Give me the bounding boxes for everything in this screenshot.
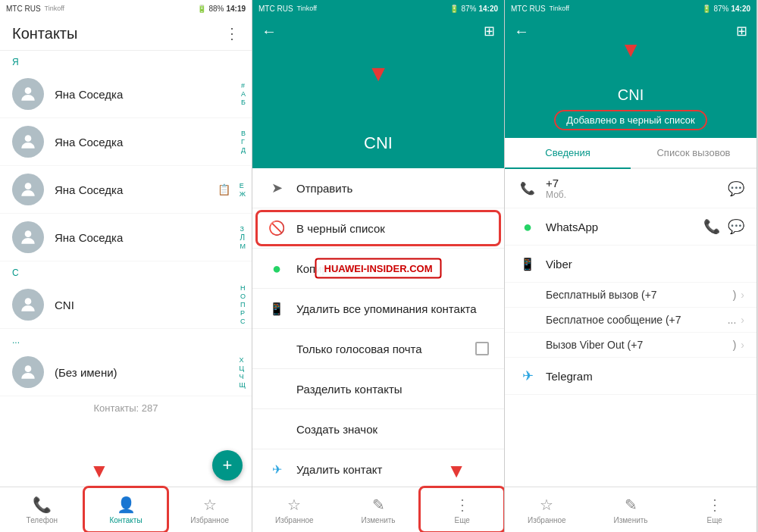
list-item[interactable]: Яна Соседка 📋 ЕЖ bbox=[0, 166, 252, 214]
status-bar-3: МТС RUS Tinkoff 🔋 87% 14:20 bbox=[505, 0, 756, 17]
back-button-3[interactable]: ← bbox=[514, 23, 529, 40]
call-icon-wa[interactable]: 📞 bbox=[703, 218, 720, 235]
copy-icon: 📋 bbox=[218, 183, 230, 196]
info-row-viber-header: 📱 Viber bbox=[505, 246, 756, 283]
menu-blacklist-label: В черный список bbox=[296, 222, 385, 235]
time-2: 14:20 bbox=[478, 5, 498, 13]
list-item[interactable]: Яна Соседка #АБ bbox=[0, 70, 252, 118]
arrow-right-3: › bbox=[741, 339, 744, 351]
svg-point-4 bbox=[25, 298, 32, 305]
favorites-icon-2: ☆ bbox=[287, 496, 301, 514]
more-icon[interactable]: ⋮ bbox=[224, 24, 240, 42]
menu-delete-label: Удалить контакт bbox=[296, 463, 382, 476]
chat-icon[interactable]: 💬 bbox=[728, 180, 744, 197]
bottom-nav-2: ☆ Избранное ✎ Изменить ⋮ Еще bbox=[252, 487, 504, 532]
back-button-2[interactable]: ← bbox=[262, 23, 277, 40]
qr-icon[interactable]: ⊞ bbox=[484, 23, 495, 39]
nav-phone[interactable]: 📞 Телефон bbox=[0, 487, 84, 532]
panel2-header: ← ⊞ ▼ CNI bbox=[252, 17, 504, 168]
phone-icon: 📞 bbox=[33, 496, 52, 514]
bank-3: Tinkoff bbox=[550, 5, 570, 12]
carrier-1: МТС RUS bbox=[6, 5, 41, 13]
svg-point-2 bbox=[25, 183, 32, 189]
avatar bbox=[12, 221, 44, 253]
menu-item-blacklist[interactable]: 🚫 В черный список bbox=[252, 208, 504, 249]
arrow-blacklist-3: ▼ bbox=[620, 39, 641, 61]
status-bar-right-2: 🔋 87% 14:20 bbox=[449, 5, 498, 13]
avatar bbox=[12, 289, 44, 321]
nav-favorites[interactable]: ☆ Избранное bbox=[168, 487, 252, 532]
status-bar-right-1: 🔋 88% 14:19 bbox=[197, 5, 246, 13]
arrow-right-1: › bbox=[741, 289, 744, 301]
tab-calls[interactable]: Список вызовов bbox=[631, 138, 756, 167]
whatsapp-icon-3: ● bbox=[517, 216, 538, 237]
contact-name-3: CNI bbox=[618, 86, 644, 104]
whatsapp-content: WhatsApp bbox=[546, 221, 696, 233]
menu-item-split[interactable]: Разделить контакты bbox=[252, 369, 504, 409]
menu-item-shortcut[interactable]: Создать значок bbox=[252, 409, 504, 449]
nav-edit-2[interactable]: ✎ Изменить bbox=[337, 487, 421, 532]
voicemail-checkbox[interactable] bbox=[475, 342, 489, 355]
section-c: С bbox=[0, 261, 252, 281]
list-item[interactable]: (Без имени) ХЦЧЩ bbox=[0, 349, 252, 396]
contact-name: Яна Соседка bbox=[55, 183, 123, 196]
nav-contacts[interactable]: 👤 Контакты bbox=[84, 487, 168, 532]
menu-item-copy[interactable]: ● Копировать HUAWEI-INSIDER.COM bbox=[252, 249, 504, 289]
nav-favorites-3[interactable]: ☆ Избранное bbox=[505, 487, 589, 532]
more-icon-3: ⋮ bbox=[707, 496, 722, 514]
svg-point-5 bbox=[25, 365, 32, 372]
menu-item-voicemail[interactable]: Только голосовая почта bbox=[252, 329, 504, 369]
huawei-watermark: HUAWEI-INSIDER.COM bbox=[315, 258, 442, 279]
call-action[interactable]: ) bbox=[733, 289, 737, 301]
phone-content: +7 Моб. bbox=[546, 177, 720, 200]
send-icon: ➤ bbox=[268, 179, 286, 197]
menu-item-delete[interactable]: ✈ Удалить контакт bbox=[252, 449, 504, 487]
list-item[interactable]: CNI НОПРС bbox=[0, 281, 252, 329]
list-item[interactable]: Яна Соседка ВГД bbox=[0, 118, 252, 166]
section-ya: Я bbox=[0, 51, 252, 70]
nav-favorites-label: Избранное bbox=[190, 516, 229, 524]
arrow-right-2: › bbox=[741, 314, 744, 326]
battery-3: 87% bbox=[713, 5, 728, 13]
info-row-phone: 📞 +7 Моб. 💬 bbox=[505, 169, 756, 208]
panel3-header: ← ⊞ ▼ CNI Добавлено в черный список bbox=[505, 17, 756, 138]
msg-action[interactable]: ... bbox=[728, 314, 737, 326]
nav-edit-3[interactable]: ✎ Изменить bbox=[589, 487, 673, 532]
viber-content: Viber bbox=[546, 258, 744, 271]
fab-add-contact[interactable]: + bbox=[212, 450, 243, 480]
chat-icon-wa[interactable]: 💬 bbox=[728, 218, 744, 235]
tab-info[interactable]: Сведения bbox=[505, 138, 631, 169]
alpha-index: ХЦЧЩ bbox=[240, 356, 246, 389]
nav-more-2[interactable]: ⋮ Еще bbox=[420, 487, 504, 532]
whatsapp-icon: ● bbox=[268, 259, 286, 277]
contacts-list: Я Яна Соседка #АБ Яна Соседка ВГД Яна Со… bbox=[0, 51, 252, 487]
panel1-contacts: МТС RUS Tinkoff 🔋 88% 14:19 Контакты ⋮ Я… bbox=[0, 0, 252, 532]
viber-out-action[interactable]: ) bbox=[733, 339, 737, 351]
status-bar-left-2: МТС RUS Tinkoff bbox=[258, 5, 317, 13]
nav-favorites-2[interactable]: ☆ Избранное bbox=[252, 487, 337, 532]
status-bar-left-1: МТС RUS Tinkoff bbox=[6, 5, 64, 13]
info-list: 📞 +7 Моб. 💬 ● WhatsApp 📞 💬 📱 Vib bbox=[505, 169, 756, 487]
contact-name: CNI bbox=[55, 299, 74, 311]
avatar bbox=[12, 174, 44, 205]
time-1: 14:19 bbox=[226, 5, 246, 13]
battery-2: 87% bbox=[461, 5, 476, 13]
telegram-label: Telegram bbox=[546, 370, 744, 383]
nav-more-3[interactable]: ⋮ Еще bbox=[672, 487, 756, 532]
alpha-index: #АБ bbox=[241, 82, 246, 106]
menu-item-delete-mentions[interactable]: 📱 Удалить все упоминания контакта bbox=[252, 289, 504, 329]
free-call-label: Бесплатный вызов (+7 bbox=[546, 289, 657, 301]
qr-icon-3[interactable]: ⊞ bbox=[736, 23, 747, 39]
info-row-telegram: ✈ Telegram bbox=[505, 358, 756, 395]
list-item[interactable]: Яна Соседка ЗЛМ bbox=[0, 214, 252, 261]
red-circle-more bbox=[418, 486, 505, 532]
avatar bbox=[12, 78, 44, 110]
svg-point-0 bbox=[25, 87, 32, 94]
menu-shortcut-label: Создать значок bbox=[296, 423, 377, 436]
telegram-icon-3: ✈ bbox=[517, 365, 538, 386]
menu-item-send[interactable]: ➤ Отправить bbox=[252, 168, 504, 208]
arrow-blacklist: ▼ bbox=[367, 62, 390, 85]
menu-send-label: Отправить bbox=[296, 182, 352, 195]
voicemail-icon bbox=[268, 340, 286, 358]
split-icon bbox=[268, 380, 286, 398]
